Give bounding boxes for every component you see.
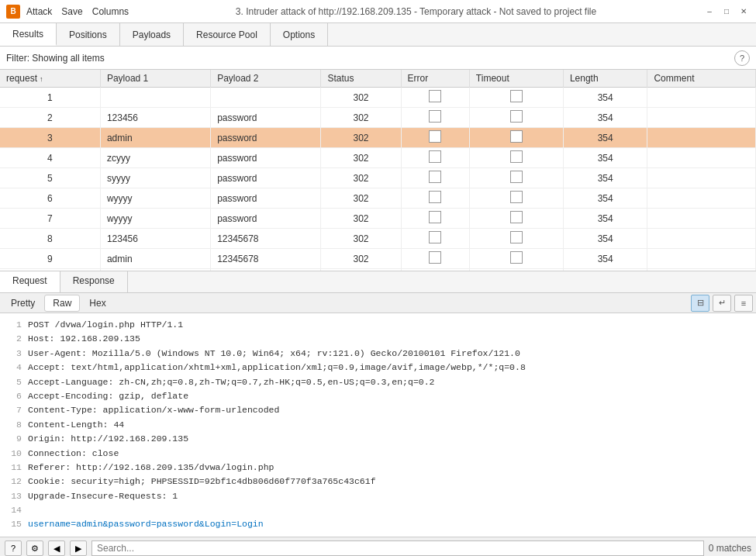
table-cell: 354 [563,88,647,108]
table-cell [469,128,563,148]
request-line-text: Cookie: security=high; PHPSESSID=92bf1c4… [28,476,376,486]
table-cell [401,88,469,108]
table-cell [469,249,563,269]
request-line: 3User-Agent: Mozilla/5.0 (Windows NT 10.… [6,347,750,361]
title-bar: B AttackSaveColumns 3. Intruder attack o… [0,0,756,23]
table-cell [647,128,756,148]
results-table: request↑Payload 1Payload 2StatusErrorTim… [0,70,756,271]
close-button[interactable]: ✕ [737,5,750,18]
app-logo: B [6,5,20,19]
tab-results[interactable]: Results [0,23,57,46]
table-cell: zcyyy [100,148,210,168]
table-row[interactable]: 3adminpassword302354 [0,128,756,148]
menu-icon-btn[interactable]: ≡ [734,295,753,312]
view-tab-pretty[interactable]: Pretty [3,295,43,311]
table-cell: password [211,188,321,209]
table-cell: password [211,209,321,229]
request-line: 12Cookie: security=high; PHPSESSID=92bf1… [6,475,750,489]
table-cell: 123456 [100,108,210,128]
table-cell [469,209,563,229]
col-header-timeout: Timeout [469,70,563,88]
help-icon-btn[interactable]: ? [5,540,22,556]
menu-item-attack[interactable]: Attack [26,6,52,17]
minimize-button[interactable]: – [703,5,716,18]
table-row[interactable]: 6wyyyypassword302354 [0,188,756,209]
request-line-text: Connection: close [28,448,119,458]
title-bar-menu: AttackSaveColumns [26,6,129,17]
request-line: 11Referer: http://192.168.209.135/dvwa/l… [6,461,750,475]
table-cell [401,229,469,249]
table-cell: 2 [0,108,100,128]
table-cell: 7 [0,209,100,229]
table-row[interactable]: 9admin12345678302354 [0,249,756,269]
table-cell: 302 [321,108,401,128]
request-line-text: Upgrade-Insecure-Requests: 1 [28,491,178,501]
table-cell [469,88,563,108]
panel-tab-request[interactable]: Request [0,271,60,292]
table-row[interactable]: 5syyyypassword302354 [0,168,756,188]
table-cell: password [211,128,321,148]
col-header-request[interactable]: request↑ [0,70,100,88]
table-cell: 354 [563,249,647,269]
request-line: 7Content-Type: application/x-www-form-ur… [6,403,750,417]
search-bar: ? ⚙ ◀ ▶ 0 matches [0,537,756,556]
nl-icon-btn[interactable]: ↵ [713,295,731,312]
table-cell [401,209,469,229]
tab-options[interactable]: Options [271,23,328,46]
table-cell: 302 [321,88,401,108]
request-line: 6Accept-Encoding: gzip, deflate [6,389,750,403]
table-row[interactable]: 812345612345678302354 [0,229,756,249]
search-input[interactable] [91,540,704,556]
table-cell [647,229,756,249]
table-cell [647,148,756,168]
table-cell: 6 [0,188,100,209]
tab-resource-pool[interactable]: Resource Pool [184,23,271,46]
maximize-button[interactable]: □ [720,5,733,18]
request-line-text: Origin: http://192.168.209.135 [28,433,188,444]
table-cell [647,88,756,108]
col-header-payload-2: Payload 2 [211,70,321,88]
table-cell: 302 [321,229,401,249]
tab-payloads[interactable]: Payloads [120,23,184,46]
filter-bar: Filter: Showing all items ? [0,47,756,70]
back-button[interactable]: ◀ [48,540,65,556]
filter-help-button[interactable]: ? [734,50,750,66]
request-line: 4Accept: text/html,application/xhtml+xml… [6,361,750,375]
table-cell [647,188,756,209]
table-cell [469,168,563,188]
menu-item-save[interactable]: Save [61,6,82,17]
forward-button[interactable]: ▶ [70,540,87,556]
table-cell: 354 [563,209,647,229]
table-cell [469,188,563,209]
panel-tab-response[interactable]: Response [60,271,128,292]
table-cell [100,88,210,108]
request-line: 8Content-Length: 44 [6,418,750,432]
tab-positions[interactable]: Positions [57,23,120,46]
table-row[interactable]: 4zcyyypassword302354 [0,148,756,168]
table-cell: admin [100,128,210,148]
view-tab-raw[interactable]: Raw [44,295,80,312]
settings-icon-btn[interactable]: ⚙ [26,540,43,556]
table-cell [647,108,756,128]
table-row[interactable]: 7wyyyypassword302354 [0,209,756,229]
window-title: 3. Intruder attack of http://192.168.209… [135,6,697,17]
table-row[interactable]: 1302354 [0,88,756,108]
table-cell: 9 [0,249,100,269]
table-cell: 302 [321,168,401,188]
request-line: 13Upgrade-Insecure-Requests: 1 [6,489,750,503]
view-tab-hex[interactable]: Hex [81,295,113,311]
table-cell [401,148,469,168]
table-cell: wyyyy [100,188,210,209]
request-line: 14 [6,503,750,517]
results-table-container: request↑Payload 1Payload 2StatusErrorTim… [0,70,756,271]
table-cell: password [211,148,321,168]
window-controls: – □ ✕ [703,5,750,18]
table-cell: 302 [321,249,401,269]
table-cell [647,249,756,269]
table-cell: wyyyy [100,209,210,229]
table-row[interactable]: 2123456password302354 [0,108,756,128]
table-cell: password [211,168,321,188]
wrap-icon-btn[interactable]: ⊟ [691,295,709,312]
menu-item-columns[interactable]: Columns [92,6,129,17]
table-cell: 5 [0,168,100,188]
